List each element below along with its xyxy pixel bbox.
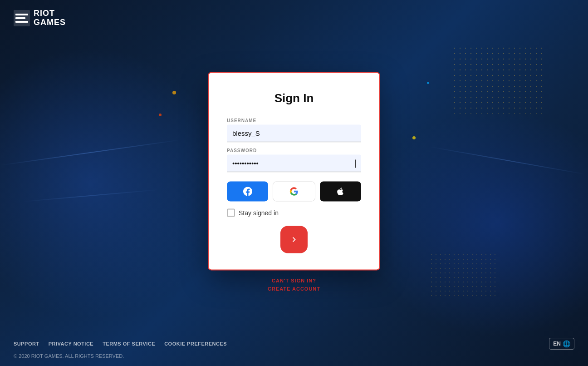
copyright: © 2020 RIOT GAMES. ALL RIGHTS RESERVED. <box>14 353 574 359</box>
logo-text: RIOT GAMES <box>34 9 66 27</box>
stay-signed-checkbox[interactable] <box>227 209 235 217</box>
password-label: PASSWORD <box>227 148 361 153</box>
svg-rect-3 <box>15 21 28 23</box>
sparkle-4 <box>412 136 416 139</box>
password-field-group: PASSWORD <box>227 148 361 173</box>
google-icon <box>289 187 299 196</box>
create-account-link[interactable]: CREATE ACCOUNT <box>208 286 380 292</box>
sparkle-2 <box>159 114 162 116</box>
login-card: Sign In USERNAME PASSWORD <box>208 72 380 271</box>
sparkle-1 <box>172 91 176 94</box>
privacy-link[interactable]: PRIVACY NOTICE <box>49 341 94 346</box>
cookies-link[interactable]: COOKIE PREFERENCES <box>164 341 227 346</box>
cant-sign-in-link[interactable]: CAN'T SIGN IN? <box>208 278 380 283</box>
google-signin-button[interactable] <box>273 182 315 202</box>
lang-text: EN <box>553 341 561 347</box>
password-wrapper <box>227 155 361 173</box>
apple-icon <box>336 187 345 196</box>
logo: RIOT GAMES <box>14 9 66 27</box>
dot-grid-2 <box>429 252 497 298</box>
globe-icon: 🌐 <box>563 340 570 347</box>
password-input[interactable] <box>227 155 361 173</box>
username-label: USERNAME <box>227 118 361 123</box>
stay-signed-row: Stay signed in <box>227 209 361 217</box>
language-selector[interactable]: EN 🌐 <box>549 338 574 350</box>
submit-button[interactable] <box>280 226 308 253</box>
login-card-wrapper: Sign In USERNAME PASSWORD <box>208 72 380 294</box>
terms-link[interactable]: TERMS OF SERVICE <box>103 341 155 346</box>
bottom-bar: SUPPORT PRIVACY NOTICE TERMS OF SERVICE … <box>0 331 588 366</box>
streak-3 <box>429 146 586 175</box>
facebook-signin-button[interactable] <box>227 182 268 202</box>
username-input[interactable] <box>227 125 361 143</box>
password-cursor <box>355 159 356 168</box>
svg-rect-2 <box>15 17 25 19</box>
apple-signin-button[interactable] <box>320 182 361 202</box>
social-buttons-group <box>227 182 361 202</box>
bg-glow-right <box>361 110 588 337</box>
footer-links-row: SUPPORT PRIVACY NOTICE TERMS OF SERVICE … <box>14 338 574 350</box>
streak-2 <box>23 189 158 202</box>
arrow-right-icon <box>289 235 299 245</box>
svg-rect-1 <box>15 14 28 15</box>
stay-signed-label: Stay signed in <box>239 209 279 217</box>
bg-glow-left <box>0 47 227 319</box>
sparkle-3 <box>427 82 429 84</box>
username-field-group: USERNAME <box>227 118 361 143</box>
support-link[interactable]: SUPPORT <box>14 341 39 346</box>
facebook-icon <box>243 187 252 196</box>
riot-games-logo-icon <box>14 10 30 26</box>
card-footer: CAN'T SIGN IN? CREATE ACCOUNT <box>208 278 380 292</box>
streak-1 <box>0 139 180 166</box>
dot-grid <box>452 45 543 114</box>
card-title: Sign In <box>227 91 361 105</box>
